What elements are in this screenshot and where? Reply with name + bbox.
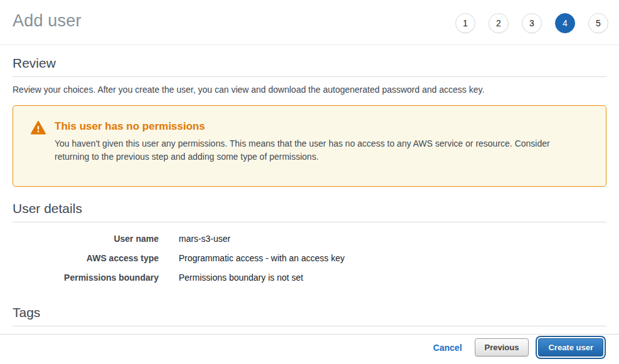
warning-text: This user has no permissions You haven't… (55, 120, 585, 164)
step-3[interactable]: 3 (522, 13, 542, 33)
review-section: Review Review your choices. After you cr… (13, 56, 606, 95)
wizard-header: Add user 1 2 3 4 5 (0, 0, 619, 45)
cancel-button[interactable]: Cancel (433, 343, 462, 353)
user-details-rows: User name mars-s3-user AWS access type P… (13, 229, 606, 288)
step-2[interactable]: 2 (489, 13, 509, 33)
access-type-value: Programmatic access - with an access key (179, 253, 606, 263)
warning-title: This user has no permissions (55, 120, 585, 133)
permissions-boundary-label: Permissions boundary (13, 273, 159, 283)
create-user-button[interactable]: Create user (538, 338, 603, 356)
tags-heading: Tags (13, 305, 606, 326)
table-row: AWS access type Programmatic access - wi… (13, 249, 606, 268)
step-indicator: 1 2 3 4 5 (455, 13, 608, 33)
user-details-section: User details User name mars-s3-user AWS … (13, 201, 606, 288)
user-details-heading: User details (13, 201, 606, 222)
step-4-active[interactable]: 4 (555, 13, 575, 33)
step-1[interactable]: 1 (455, 13, 475, 33)
user-name-value: mars-s3-user (179, 234, 606, 244)
step-5[interactable]: 5 (588, 13, 608, 33)
no-permissions-warning: This user has no permissions You haven't… (13, 105, 606, 187)
review-description: Review your choices. After you create th… (13, 85, 606, 95)
table-row: Permissions boundary Permissions boundar… (13, 268, 606, 288)
previous-button[interactable]: Previous (475, 338, 529, 356)
warning-body: You haven't given this user any permissi… (55, 137, 585, 164)
wizard-footer: Cancel Previous Create user (0, 334, 619, 364)
wizard-content: Review Review your choices. After you cr… (0, 56, 619, 345)
access-type-label: AWS access type (13, 253, 159, 263)
review-heading: Review (13, 56, 606, 77)
table-row: User name mars-s3-user (13, 229, 606, 249)
user-name-label: User name (13, 234, 159, 244)
permissions-boundary-value: Permissions boundary is not set (179, 273, 606, 283)
warning-triangle-icon (31, 121, 46, 135)
